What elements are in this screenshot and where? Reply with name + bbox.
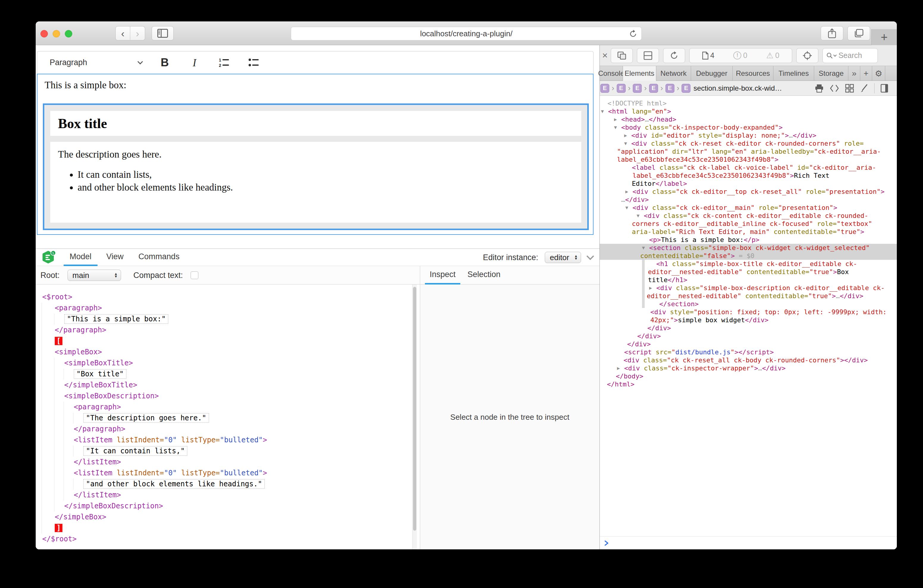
devtools-code-line[interactable]: ▼<div class="ck ck-content ck-editor__ed… [600, 212, 897, 220]
devtools-code-line[interactable]: ▶<div class="ck-inspector-wrapper">…</di… [600, 364, 897, 372]
disclosure-open-icon[interactable]: ▼ [637, 212, 640, 220]
devtools-code-line[interactable]: Editor</label> [600, 179, 897, 187]
model-text-node[interactable]: "and other block elements like headings.… [83, 479, 264, 489]
model-text-node[interactable]: "The description goes here." [83, 413, 209, 423]
disclosure-closed-icon[interactable]: ▶ [617, 364, 620, 372]
disclosure-open-icon[interactable]: ▼ [614, 123, 617, 131]
sidebar-toggle-button[interactable] [152, 26, 174, 40]
share-button[interactable] [821, 26, 843, 40]
devtools-code-line[interactable]: label_e63cbbfece34c53ce23501062343f49b8"… [600, 156, 897, 164]
devtools-tab-resources[interactable]: Resources [733, 66, 774, 81]
devtools-code-line[interactable]: </div> [600, 324, 897, 332]
devtools-code-line[interactable]: ▶<div class="simple-box-description ck-e… [600, 284, 897, 292]
devtools-code-line[interactable]: editor__nested-editable" contenteditable… [600, 268, 897, 276]
minimize-window-button[interactable] [53, 30, 60, 38]
compact-text-checkbox[interactable] [191, 271, 198, 279]
disclosure-closed-icon[interactable]: ▶ [625, 187, 628, 195]
resource-status-group[interactable]: 4 ! 0 ⚠ 0 [689, 48, 792, 63]
model-tree-node[interactable]: <paragraph> [36, 402, 412, 412]
model-tree-node[interactable]: <simpleBoxTitle> [36, 358, 412, 369]
devtools-code-line[interactable]: "application" dir="ltr" lang="en" aria-l… [600, 148, 897, 156]
back-button[interactable]: ‹ [115, 26, 130, 40]
disclosure-closed-icon[interactable]: ▶ [614, 115, 617, 123]
devtools-code-line[interactable]: </html> [600, 380, 897, 388]
console-prompt[interactable] [600, 536, 897, 549]
close-window-button[interactable] [41, 30, 48, 38]
breadcrumb-element-badge[interactable]: E [617, 84, 626, 93]
devtools-tab-elements[interactable]: Elements [623, 66, 656, 81]
devtools-code-line[interactable]: <h1 class="simple-box-title ck-editor__e… [600, 260, 897, 268]
devtools-code-line[interactable]: ▶<div id="editor" style="display: none;"… [600, 131, 897, 140]
breadcrumb-element-badge[interactable]: E [649, 84, 658, 93]
forward-button[interactable]: › [130, 26, 145, 40]
devtools-code-line[interactable]: <!DOCTYPE html> [600, 99, 897, 107]
devtools-code-line[interactable]: <div style="position: fixed; top: 0px; l… [600, 308, 897, 316]
inspector-tab-model[interactable]: Model [64, 249, 97, 266]
devtools-code-line[interactable]: </div> [600, 340, 897, 348]
devtools-code-line[interactable]: editor__nested-editable" contenteditable… [600, 292, 897, 300]
model-tree-node[interactable]: ] [36, 522, 412, 534]
devtools-code-line[interactable]: </div> [600, 332, 897, 340]
model-tree-node[interactable]: <simpleBoxDescription> [36, 391, 412, 402]
devtools-tab-add[interactable]: + [860, 66, 872, 81]
new-tab-button[interactable]: + [871, 29, 897, 45]
inspector-side-tab-inspect[interactable]: Inspect [425, 266, 460, 284]
devtools-code-line[interactable]: ▼<div class="ck ck-editor__main" role="p… [600, 204, 897, 212]
model-text-node[interactable]: "This is a simple box:" [64, 314, 168, 324]
model-tree-node[interactable]: "The description goes here." [36, 412, 412, 424]
devtools-tab-storage[interactable]: Storage [814, 66, 848, 81]
breadcrumb-element-badge[interactable]: E [633, 84, 642, 93]
devtools-code-line[interactable]: corners ck-editor__editable_inline ck-fo… [600, 220, 897, 228]
breadcrumb-element-badge[interactable]: E [600, 84, 609, 93]
model-tree-node[interactable]: </paragraph> [36, 325, 412, 336]
disclosure-open-icon[interactable]: ▼ [624, 140, 627, 148]
editor-instance-select[interactable]: editor ▲▼ [545, 252, 581, 263]
inspector-side-tab-selection[interactable]: Selection [463, 266, 505, 284]
devtools-code-line[interactable]: 42px;">simple box widget</div> [600, 316, 897, 324]
model-tree-node[interactable]: </listItem> [36, 489, 412, 501]
disclosure-open-icon[interactable]: ▼ [625, 204, 628, 212]
model-text-node[interactable]: "It can contain lists," [83, 446, 187, 456]
devtools-tab-overflow[interactable]: » [848, 66, 860, 81]
devtools-reload-button[interactable] [663, 48, 685, 63]
devtools-search-field[interactable]: Search [823, 48, 878, 63]
devtools-code-line[interactable]: <label class="ck ck-label ck-voice-label… [600, 164, 897, 171]
model-tree-node[interactable]: </simpleBoxDescription> [36, 501, 412, 512]
devtools-code-line[interactable]: <p>This is a simple box:</p> [600, 236, 897, 244]
disclosure-closed-icon[interactable]: ▶ [649, 284, 652, 292]
devtools-code-line[interactable]: <script src="dist/bundle.js"></script> [600, 348, 897, 356]
model-tree-node[interactable]: </simpleBoxTitle> [36, 379, 412, 391]
devtools-code-line[interactable]: </section> [600, 300, 897, 308]
devtools-code-line[interactable]: ▼<div class="ck ck-reset ck-editor ck-ro… [600, 140, 897, 148]
devtools-code-line[interactable]: title</h1> [600, 276, 897, 284]
inspect-element-button[interactable] [797, 48, 818, 63]
model-tree-node[interactable]: <$root> [36, 292, 412, 302]
devtools-tab-timelines[interactable]: Timelines [774, 66, 814, 81]
model-tree-node[interactable]: </listItem> [36, 457, 412, 468]
zoom-window-button[interactable] [65, 30, 72, 38]
devtools-code-line[interactable]: </body> [600, 372, 897, 380]
model-tree-node[interactable]: </paragraph> [36, 424, 412, 435]
devtools-tab-network[interactable]: Network [656, 66, 691, 81]
close-devtools-button[interactable]: × [602, 50, 608, 61]
italic-button[interactable]: I [187, 56, 202, 70]
print-styles-icon[interactable] [815, 84, 824, 93]
devtools-code-line[interactable]: ▼<html lang="en"> [600, 107, 897, 115]
rich-text-editable[interactable]: This is a simple box: Box title The desc… [37, 74, 593, 235]
devtools-code-line[interactable]: …</div> [600, 195, 897, 204]
inspector-tab-view[interactable]: View [100, 249, 130, 266]
details-sidebar-icon[interactable] [880, 84, 888, 93]
bold-button[interactable]: B [158, 56, 172, 70]
disclosure-open-icon[interactable]: ▼ [601, 107, 604, 115]
force-styles-brush-icon[interactable] [860, 84, 868, 93]
show-source-icon[interactable] [829, 84, 839, 92]
model-tree-node[interactable]: <paragraph> [36, 302, 412, 314]
devtools-code-line[interactable]: ▶<div class="ck ck-editor__top ck-reset_… [600, 187, 897, 195]
dock-side-button[interactable] [611, 48, 633, 63]
model-tree-node[interactable]: </simpleBox> [36, 512, 412, 522]
devtools-settings-gear[interactable]: ⚙ [872, 66, 885, 81]
disclosure-closed-icon[interactable]: ▶ [624, 131, 627, 140]
model-tree-node[interactable]: "and other block elements like headings.… [36, 479, 412, 489]
dock-bottom-button[interactable] [637, 48, 659, 63]
model-tree-node[interactable]: "Box title" [36, 369, 412, 379]
